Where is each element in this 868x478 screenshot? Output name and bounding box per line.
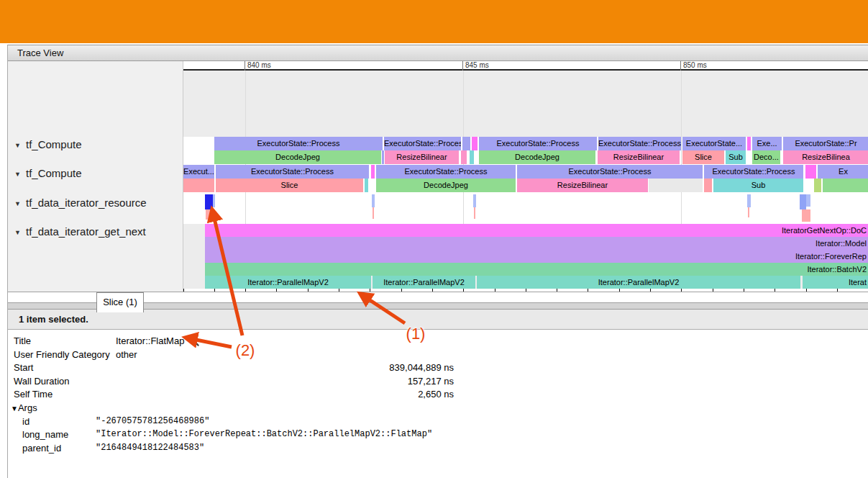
arg-row-parent-id: parent_id "2164849418122484583" [8,441,868,455]
trace-marker[interactable] [372,194,375,207]
trace-slice[interactable]: ResizeBilinear [517,179,648,192]
ruler-label: 850 ms [680,61,707,71]
trace-slice[interactable] [461,150,467,164]
window-title: Trace View [8,45,868,61]
trace-slice[interactable] [472,137,478,150]
trace-marker[interactable] [213,194,215,207]
ruler-tick [744,289,744,292]
ruler-tick [495,289,495,292]
trace-slice[interactable] [805,165,816,179]
trace-slice[interactable] [470,150,474,164]
trace-slice[interactable]: ExecutorState... [682,137,746,150]
trace-slice[interactable]: Slice [216,179,363,192]
chevron-down-icon[interactable]: ▼ [11,405,18,412]
trace-marker[interactable] [373,207,374,219]
trace-marker[interactable] [802,209,810,222]
trace-slice[interactable]: Iterator::ForeverRep [205,250,868,263]
trace-slice[interactable] [183,179,214,192]
trace-slice[interactable]: Ex [818,165,868,179]
trace-marker[interactable] [206,209,213,220]
ruler-tick [214,289,215,292]
slice-title-value: Iterator::FlatMap [116,334,184,348]
trace-slice[interactable]: IteratorGetNextOp::DoC [205,224,868,237]
trace-slice[interactable]: ExecutorState::Process [376,165,516,179]
ruler-tick [557,289,557,292]
time-ruler [183,61,868,71]
trace-slice[interactable]: ResizeBilinear [598,150,680,164]
args-section-header[interactable]: ▼Args [8,401,868,415]
trace-slice[interactable]: ExecutorState::Process [479,137,597,150]
ruler-tick [463,289,464,292]
trace-marker[interactable] [474,207,475,219]
trace-slice[interactable] [704,179,712,192]
ruler-tick [588,289,588,292]
slice-details: Title Iterator::FlatMap User Friendly Ca… [8,330,868,478]
trace-slice[interactable]: ExecutorState::Process [517,165,703,179]
trace-slice[interactable]: Slice [682,150,724,164]
trace-slice[interactable]: ResizeBilinea [783,150,868,164]
trace-slice[interactable]: Iterator::Model [205,237,868,250]
trace-slice[interactable]: ExecutorState::Process [704,165,803,179]
ruler-tick [339,289,339,292]
trace-slice[interactable]: Iterator::ParallelMapV2 [477,276,800,289]
trace-slice[interactable]: DecodeJpeg [214,150,381,164]
top-orange-banner [0,0,868,43]
trace-slice[interactable]: ExecutorState::Pr [783,137,868,150]
trace-marker[interactable] [473,194,476,207]
trace-slice[interactable]: DecodeJpeg [479,150,595,164]
ruler-label: 845 ms [462,61,489,71]
track-label-iterator-get-next[interactable]: ▼tf_data_iterator_get_next [14,225,146,238]
timeline-chart[interactable]: 840 ms845 ms850 msExecutorState::Process… [183,61,868,292]
ruler-tick [619,289,620,292]
trace-slice[interactable]: Execut... [183,165,214,179]
chevron-down-icon[interactable]: ▼ [14,139,26,152]
track-label-tf-compute-2[interactable]: ▼tf_Compute [14,167,82,180]
trace-slice[interactable] [823,179,868,192]
trace-marker[interactable] [205,194,213,209]
trace-slice[interactable] [747,137,751,150]
trace-slice[interactable] [371,165,375,179]
arg-row-id: id "-2670575781256468986" [8,415,868,428]
track-label-iterator-resource[interactable]: ▼tf_data_iterator_resource [14,197,147,209]
trace-slice[interactable]: ExecutorState::Process [598,137,681,150]
trace-slice[interactable] [649,179,703,192]
chevron-down-icon[interactable]: ▼ [14,168,26,181]
trace-slice[interactable]: ExecutorState::Process [214,137,383,150]
ruler-tick [526,289,526,292]
trace-slice[interactable]: ExecutorState::Process [384,137,461,150]
ruler-tick [245,289,246,292]
trace-slice[interactable]: ExecutorState::Process [216,165,369,179]
ruler-tick [681,289,682,292]
tab-slice[interactable]: Slice (1) [96,292,144,312]
trace-slice[interactable]: Sub [726,150,746,164]
trace-slice[interactable] [365,179,368,192]
trace-slice[interactable] [462,137,470,150]
track-background-band [183,71,868,137]
ruler-tick [775,289,775,292]
detail-row-start: Start 839,044,889 ns [8,361,868,374]
ruler-tick [432,289,433,292]
trace-slice[interactable] [814,179,821,192]
trace-marker[interactable] [747,194,751,207]
trace-slice[interactable]: Iterator::ParallelMapV2 [373,276,475,289]
trace-slice[interactable]: Sub [713,179,803,192]
trace-slice[interactable]: Iterat [803,276,868,289]
selection-count-text: 1 item selected. [19,310,88,329]
trace-slice[interactable]: DecodeJpeg [376,179,516,192]
detail-row-self-time: Self Time 2,650 ns [8,387,868,401]
details-panel: 1 item selected. Slice (1) Title Iterato… [7,292,868,478]
chevron-down-icon[interactable]: ▼ [14,226,26,239]
trace-slice[interactable]: Iterator::BatchV2 [205,263,868,276]
trace-slice[interactable]: Exe... [752,137,782,150]
track-labels-panel: ▼tf_Compute ▼tf_Compute ▼tf_data_iterato… [8,61,183,292]
track-label-tf-compute-1[interactable]: ▼tf_Compute [14,138,82,151]
trace-slice[interactable]: Iterator::ParallelMapV2 [205,276,371,289]
chevron-down-icon[interactable]: ▼ [14,197,26,210]
trace-slice[interactable]: Deco... [752,150,780,164]
ruler-tick [183,289,184,292]
trace-marker[interactable] [800,194,806,209]
trace-marker[interactable] [748,207,749,217]
trace-slice[interactable] [382,150,384,164]
trace-marker[interactable] [806,194,810,207]
trace-slice[interactable]: ResizeBilinear [385,150,459,164]
